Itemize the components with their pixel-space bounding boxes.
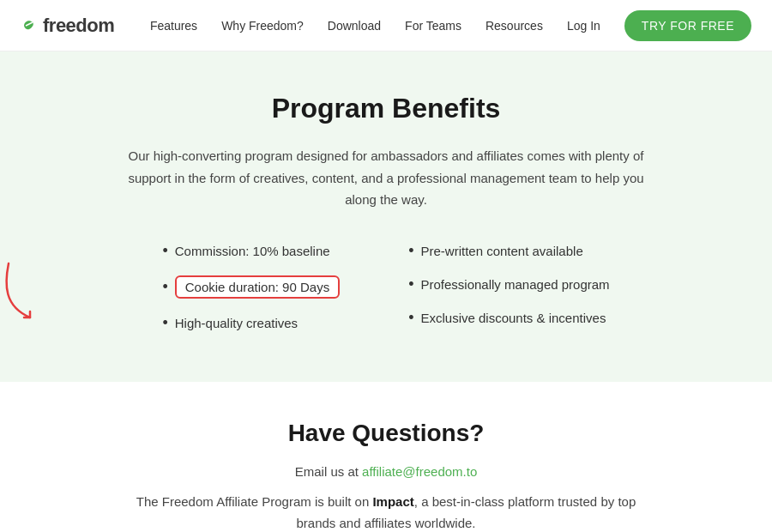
nav-login[interactable]: Log In: [567, 19, 600, 33]
questions-email-line: Email us at affiliate@freedom.to: [17, 464, 755, 479]
logo-text: freedom: [43, 15, 114, 37]
benefits-description: Our high-converting program designed for…: [120, 145, 652, 211]
email-prefix-text: Email us at: [295, 464, 362, 479]
benefit-prewritten: Pre-written content available: [408, 242, 609, 260]
benefits-grid: Commission: 10% baseline Cookie duration…: [60, 242, 712, 348]
benefits-left-col: Commission: 10% baseline Cookie duration…: [162, 242, 340, 348]
nav-resources[interactable]: Resources: [486, 19, 543, 33]
logo[interactable]: freedom: [21, 15, 114, 37]
nav-for-teams[interactable]: For Teams: [405, 19, 461, 33]
benefit-cookie: Cookie duration: 90 Days: [162, 275, 340, 299]
try-for-free-button[interactable]: TRY FOR FREE: [624, 10, 751, 41]
questions-impact-bold: Impact: [372, 494, 413, 509]
nav-why-freedom[interactable]: Why Freedom?: [221, 19, 304, 33]
benefit-discounts: Exclusive discounts & incentives: [408, 309, 609, 327]
questions-title: Have Questions?: [17, 420, 755, 447]
affiliate-email-link[interactable]: affiliate@freedom.to: [362, 464, 477, 479]
questions-desc-start: The Freedom Affiliate Program is built o…: [136, 494, 373, 509]
benefit-creatives: High-quality creatives: [162, 314, 340, 332]
questions-section: Have Questions? Email us at affiliate@fr…: [0, 382, 772, 533]
highlighted-cookie-text: Cookie duration: 90 Days: [175, 275, 340, 299]
nav-links: Features Why Freedom? Download For Teams…: [150, 18, 751, 33]
benefit-commission: Commission: 10% baseline: [162, 242, 340, 260]
navbar: freedom Features Why Freedom? Download F…: [0, 0, 772, 51]
benefits-right-col: Pre-written content available Profession…: [408, 242, 609, 348]
nav-features[interactable]: Features: [150, 19, 197, 33]
benefits-title: Program Benefits: [17, 93, 755, 124]
benefits-section: Program Benefits Our high-converting pro…: [0, 51, 772, 382]
nav-download[interactable]: Download: [328, 19, 381, 33]
annotation-arrow: [0, 259, 69, 331]
questions-description: The Freedom Affiliate Program is built o…: [120, 491, 652, 533]
benefit-managed: Professionally managed program: [408, 275, 609, 293]
freedom-logo-icon: [21, 17, 38, 34]
